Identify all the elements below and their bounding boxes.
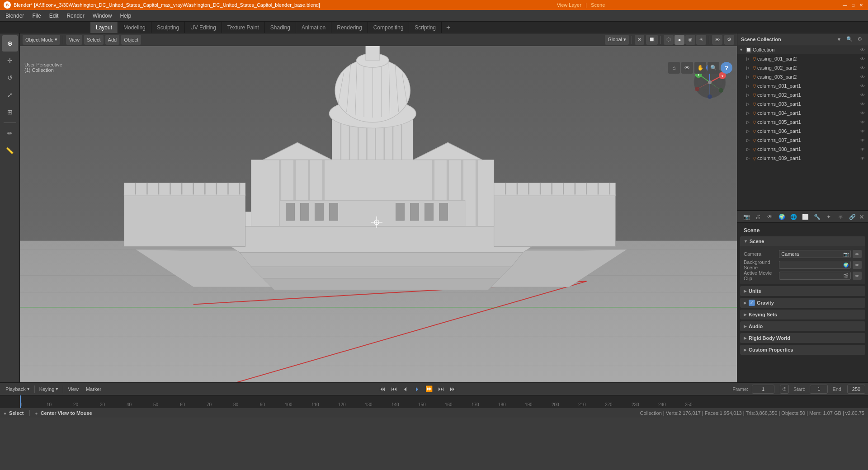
visibility-btn-4[interactable]: 👁 (859, 82, 866, 89)
solid-shading[interactable]: ● (675, 35, 684, 45)
measure-tool[interactable]: 📏 (2, 142, 18, 159)
visibility-btn-1[interactable]: 👁 (859, 55, 866, 62)
movie-clip-edit-btn[interactable]: ✏ (853, 272, 862, 280)
viewport-3d[interactable]: Object Mode ▾ View Select Add Object Glo… (20, 33, 737, 382)
tl-end-frame[interactable]: 250 (847, 385, 865, 394)
viewport-nav-4[interactable]: 🔍 (708, 62, 719, 74)
prop-tab-world[interactable]: 🌐 (788, 212, 799, 222)
gravity-section-header[interactable]: ▶ ✓ Gravity (740, 298, 865, 308)
viewport-add-menu[interactable]: Add (105, 35, 120, 45)
tab-shading[interactable]: Shading (265, 22, 296, 33)
wire-shading[interactable]: ⬡ (664, 35, 674, 45)
bg-scene-field[interactable]: 🌍 (779, 261, 851, 269)
viewport-nav-3[interactable]: ✋ (694, 62, 706, 74)
minimize-btn[interactable]: — (842, 2, 848, 8)
tl-current-frame[interactable]: 1 (752, 385, 774, 394)
outliner-item-casing001[interactable]: ▷ ▽ casing_001_part2 👁 (737, 54, 868, 63)
tl-marker-menu[interactable]: Marker (83, 385, 104, 394)
menu-blender[interactable]: Blender (2, 12, 28, 20)
move-tool[interactable]: ✛ (2, 52, 18, 69)
prop-tab-render[interactable]: 📷 (741, 212, 752, 222)
outliner-item-col008[interactable]: ▷ ▽ columns_008_part1 👁 (737, 145, 868, 154)
outliner-item-col002[interactable]: ▷ ▽ columns_002_part1 👁 (737, 90, 868, 99)
tl-view-menu[interactable]: View (65, 385, 81, 394)
visibility-btn-collection[interactable]: 👁 (859, 46, 866, 53)
tab-layout[interactable]: Layout (90, 22, 118, 33)
viewport-overlays[interactable]: 👁 (712, 35, 722, 45)
snap-btn[interactable]: 🔲 (646, 35, 658, 45)
tl-prev-keyframe[interactable]: ⏮ (389, 384, 399, 394)
bg-scene-edit-btn[interactable]: ✏ (853, 261, 862, 269)
tab-uv-editing[interactable]: UV Editing (185, 22, 222, 33)
window-controls[interactable]: — □ ✕ (842, 2, 864, 8)
outliner-item-col006[interactable]: ▷ ▽ columns_006_part1 👁 (737, 127, 868, 136)
visibility-btn-10[interactable]: 👁 (859, 136, 866, 144)
viewport-canvas[interactable]: User Perspective (1) Collection X (20, 46, 737, 382)
render-shading[interactable]: ☀ (696, 35, 706, 45)
visibility-btn-12[interactable]: 👁 (859, 155, 866, 162)
prop-tab-physics[interactable]: ⚛ (835, 212, 846, 222)
prop-tab-particles[interactable]: ✦ (823, 212, 834, 222)
prop-tab-view-layer[interactable]: 👁 (764, 212, 775, 222)
tl-playback-menu[interactable]: Playback ▾ (3, 385, 33, 394)
visibility-btn-6[interactable]: 👁 (859, 100, 866, 108)
close-btn[interactable]: ✕ (858, 2, 864, 8)
prop-tab-object[interactable]: ⬜ (800, 212, 811, 222)
transform-tool[interactable]: ⊞ (2, 104, 18, 120)
outliner-item-casing003[interactable]: ▷ ▽ casing_003_part2 👁 (737, 72, 868, 81)
menu-edit[interactable]: Edit (46, 12, 62, 20)
tab-texture-paint[interactable]: Texture Paint (222, 22, 265, 33)
tab-modeling[interactable]: Modeling (118, 22, 151, 33)
camera-edit-btn[interactable]: ✏ (853, 250, 862, 258)
menu-file[interactable]: File (28, 12, 44, 20)
tl-start-frame[interactable]: 1 (810, 385, 828, 394)
maximize-btn[interactable]: □ (850, 2, 856, 8)
visibility-btn-9[interactable]: 👁 (859, 127, 866, 135)
outliner-search[interactable]: 🔍 (845, 35, 854, 44)
custom-props-section-header[interactable]: ▶ Custom Properties (740, 345, 865, 355)
prop-tab-output[interactable]: 🖨 (753, 212, 764, 222)
gravity-checkbox[interactable]: ✓ (749, 300, 755, 306)
outliner-item-col005[interactable]: ▷ ▽ columns_005_part1 👁 (737, 118, 868, 127)
proportional-edit[interactable]: ⊙ (635, 35, 644, 45)
scene-section-header[interactable]: ▼ Scene (740, 236, 865, 246)
object-mode-dropdown[interactable]: Object Mode ▾ (23, 35, 60, 45)
viewport-nav-2[interactable]: 👁 (681, 62, 693, 74)
outliner-options[interactable]: ⚙ (855, 35, 864, 44)
tab-animation[interactable]: Animation (296, 22, 331, 33)
menu-help[interactable]: Help (116, 12, 135, 20)
material-shading[interactable]: ◉ (685, 35, 695, 45)
menu-window[interactable]: Window (89, 12, 116, 20)
tab-rendering[interactable]: Rendering (331, 22, 368, 33)
viewport-global-local[interactable]: Global ▾ (605, 35, 629, 45)
tab-scripting[interactable]: Scripting (409, 22, 442, 33)
visibility-btn-11[interactable]: 👁 (859, 146, 866, 153)
tab-sculpting[interactable]: Sculpting (151, 22, 185, 33)
prop-tab-constraints[interactable]: 🔗 (847, 212, 858, 222)
movie-clip-field[interactable]: 🎬 (779, 272, 851, 280)
prop-tab-modifiers[interactable]: 🔧 (811, 212, 822, 222)
prop-tab-scene[interactable]: 🌍 (776, 212, 787, 222)
tl-play[interactable]: ⏵ (412, 384, 422, 394)
outliner-item-col004[interactable]: ▷ ▽ columns_004_part1 👁 (737, 108, 868, 118)
keying-section-header[interactable]: ▶ Keying Sets (740, 310, 865, 320)
outliner-collection[interactable]: ▼ 🔲 Collection 👁 (737, 45, 868, 54)
visibility-btn-2[interactable]: 👁 (859, 64, 866, 71)
audio-section-header[interactable]: ▶ Audio (740, 321, 865, 331)
properties-close[interactable]: ✕ (859, 213, 864, 221)
tl-jump-end[interactable]: ⏭ (448, 384, 458, 394)
outliner-filter[interactable]: ▼ (835, 35, 844, 44)
rigid-body-section-header[interactable]: ▶ Rigid Body World (740, 333, 865, 343)
tab-compositing[interactable]: Compositing (368, 22, 410, 33)
menu-render[interactable]: Render (63, 12, 88, 20)
tl-keying-menu[interactable]: Keying ▾ (37, 385, 61, 394)
timeline-track[interactable]: 1 10 20 30 40 50 60 70 80 90 100 110 120… (0, 395, 868, 408)
viewport-view-menu[interactable]: View (66, 35, 82, 45)
outliner-item-casing002[interactable]: ▷ ▽ casing_002_part2 👁 (737, 63, 868, 72)
viewport-select-menu[interactable]: Select (84, 35, 104, 45)
outliner-item-col007[interactable]: ▷ ▽ columns_007_part1 👁 (737, 136, 868, 145)
camera-field[interactable]: Camera 📷 (779, 250, 851, 258)
viewport-nav-1[interactable]: ⌂ (668, 62, 680, 74)
units-section-header[interactable]: ▶ Units (740, 286, 865, 296)
visibility-btn-5[interactable]: 👁 (859, 91, 866, 99)
